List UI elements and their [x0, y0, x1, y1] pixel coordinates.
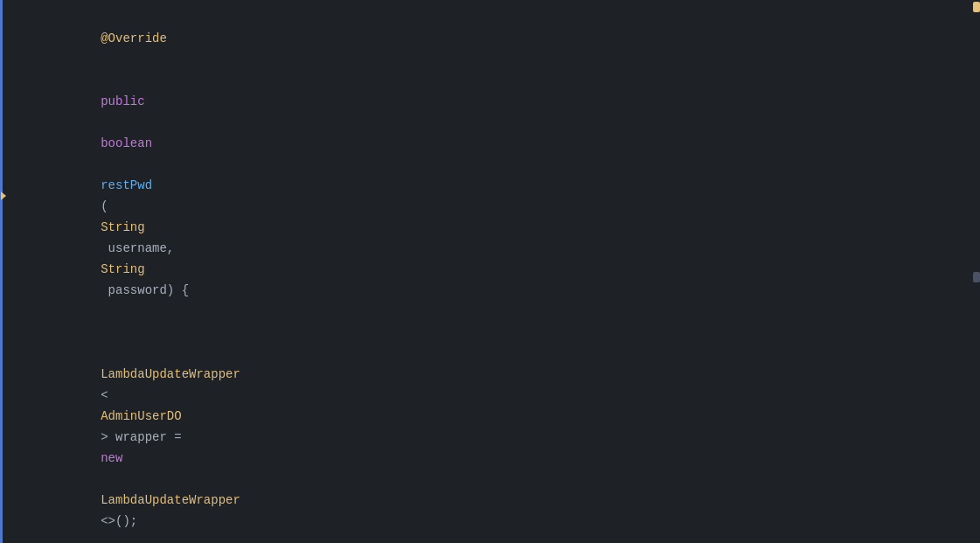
- keyword-new: new: [101, 451, 122, 465]
- arrow-right-icon: [1, 191, 6, 200]
- line-override-1: @Override: [0, 7, 980, 70]
- empty-generic: <>();: [101, 514, 137, 528]
- line-content: @Override: [0, 7, 966, 70]
- line-wrapper-decl: LambdaUpdateWrapper < AdminUserDO > wrap…: [0, 322, 980, 543]
- space: password) {: [101, 283, 189, 297]
- keyword-boolean: boolean: [101, 136, 152, 150]
- space: username,: [101, 241, 181, 255]
- annotation: @Override: [101, 31, 167, 45]
- space: [101, 157, 108, 171]
- class-name: LambdaUpdateWrapper: [101, 367, 240, 381]
- arrow-indicator: [0, 70, 7, 322]
- generic: <: [101, 388, 108, 402]
- class-admin: AdminUserDO: [101, 409, 181, 423]
- code-editor: @Override public boolean restPwd ( Strin…: [0, 0, 980, 543]
- indent: [101, 346, 159, 360]
- line-content: LambdaUpdateWrapper < AdminUserDO > wrap…: [0, 322, 966, 543]
- method-name: restPwd: [101, 178, 152, 192]
- space: [101, 115, 108, 129]
- generic-close: > wrapper =: [101, 430, 189, 444]
- keyword-public: public: [101, 94, 144, 108]
- type-string: String: [101, 220, 144, 234]
- space: [101, 472, 108, 486]
- line-restpwd-sig: public boolean restPwd ( String username…: [0, 70, 980, 322]
- line-content: public boolean restPwd ( String username…: [0, 70, 966, 322]
- class-lambda: LambdaUpdateWrapper: [101, 493, 240, 507]
- type-string2: String: [101, 262, 144, 276]
- code-block-restpwd: @Override public boolean restPwd ( Strin…: [0, 0, 980, 543]
- params: (: [101, 199, 108, 213]
